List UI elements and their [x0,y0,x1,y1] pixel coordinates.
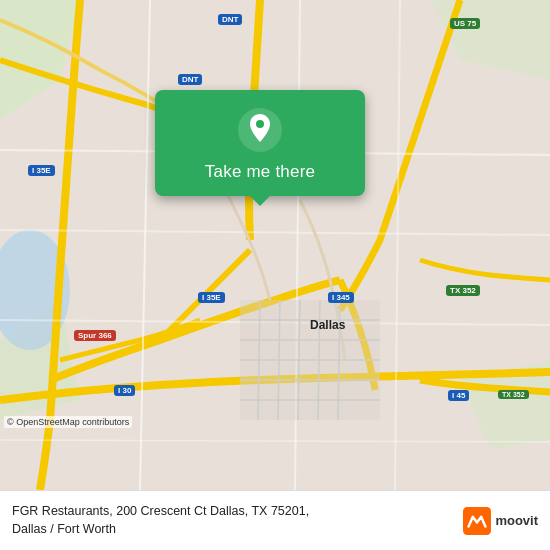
take-me-there-button[interactable]: Take me there [205,162,315,182]
road-badge-tx352b: TX 352 [498,390,529,399]
location-icon-wrap [238,108,282,152]
road-badge-i35e-center: I 35E [198,292,225,303]
moovit-logo: moovit [463,507,538,535]
road-badge-i45: I 45 [448,390,469,401]
road-badge-us75: US 75 [450,18,480,29]
address-text: FGR Restaurants, 200 Crescent Ct Dallas,… [12,503,309,538]
road-badge-tx352: TX 352 [446,285,480,296]
location-pin-icon [246,114,274,146]
info-bar: FGR Restaurants, 200 Crescent Ct Dallas,… [0,490,550,550]
road-badge-i35e-left: I 35E [28,165,55,176]
road-badge-dnt-mid: DNT [178,74,202,85]
location-popup: Take me there [155,90,365,196]
road-badge-i345: I 345 [328,292,354,303]
road-badge-dnt-top: DNT [218,14,242,25]
osm-attribution: © OpenStreetMap contributors [4,416,132,428]
map-container: DNT US 75 DNT I 35E I 35E I 345 TX 352 S… [0,0,550,490]
city-label-dallas: Dallas [310,318,345,332]
road-badge-spur366: Spur 366 [74,330,116,341]
road-badge-i30: I 30 [114,385,135,396]
moovit-icon [463,507,491,535]
svg-point-24 [256,120,264,128]
moovit-text: moovit [495,513,538,528]
